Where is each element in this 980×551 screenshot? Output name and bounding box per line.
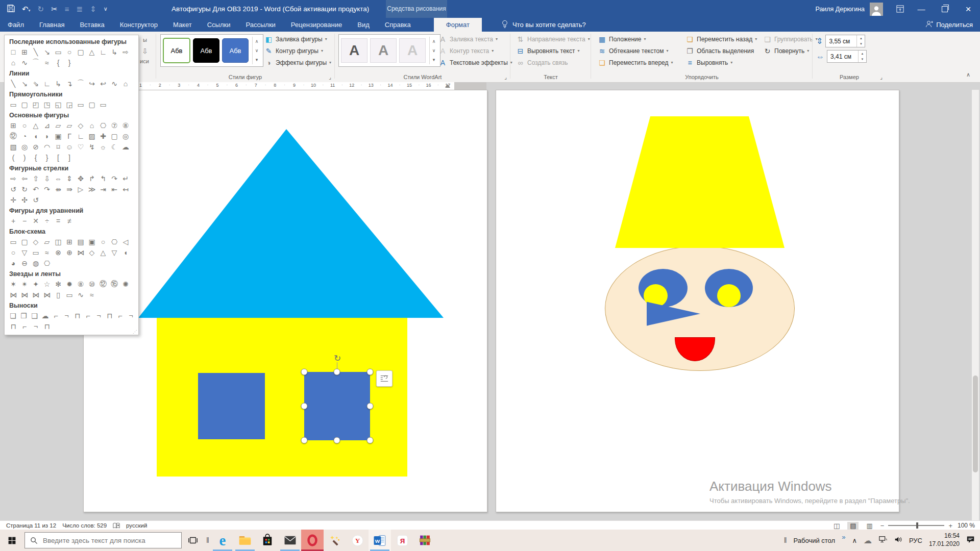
shape-icon[interactable]: ◔ [19, 131, 30, 141]
vertical-scrollbar[interactable] [972, 90, 979, 520]
shape-icon[interactable]: ⊗ [53, 247, 64, 258]
shape-icon[interactable]: ◫ [53, 236, 64, 247]
shape-icon[interactable]: ≠ [64, 215, 75, 226]
shape-icon[interactable]: { [30, 152, 41, 163]
shape-icon[interactable]: ✛ [8, 194, 19, 205]
shape-icon[interactable]: ¬ [126, 310, 136, 321]
zoom-slider[interactable]: − + [880, 522, 952, 530]
position-button[interactable]: ▦Положение▾ [596, 33, 675, 45]
shape-icon[interactable]: ⊖ [19, 258, 30, 268]
shape-icon[interactable]: ◇ [30, 236, 41, 247]
align-objects-button[interactable]: ≡Выровнять▾ [683, 57, 759, 68]
shape-icon[interactable]: △ [30, 120, 41, 131]
resize-handle[interactable] [367, 369, 374, 375]
shape-icon[interactable]: ▤ [75, 236, 86, 247]
shape-icon[interactable]: ¬ [93, 310, 104, 321]
tab-mailings[interactable]: Рассылки [238, 18, 283, 32]
taskbar-app-winrar-icon[interactable] [413, 530, 436, 551]
language-tray[interactable]: РУС [909, 537, 922, 544]
avatar[interactable] [870, 3, 883, 16]
shape-icon[interactable]: ❐ [18, 310, 29, 321]
shape-icon[interactable]: ⎔ [41, 258, 53, 268]
zoom-thumb[interactable] [916, 522, 918, 529]
tab-file[interactable]: Файл [0, 18, 32, 32]
shape-icon[interactable]: ⌑ [53, 141, 64, 152]
resize-handle[interactable] [334, 437, 340, 444]
spin-up-icon[interactable]: ▲ [859, 51, 866, 57]
shape-icon[interactable]: ↩ [97, 78, 109, 89]
clown-pupil-right-shape[interactable] [717, 284, 741, 307]
shape-icon[interactable]: ▱ [41, 236, 53, 247]
shape-icon[interactable]: ⌐ [19, 321, 30, 332]
shape-icon[interactable]: ✦ [30, 279, 41, 289]
shape-icon[interactable]: ↵ [120, 173, 131, 184]
shape-icon[interactable]: { [53, 57, 64, 68]
shape-icon[interactable]: ▷ [75, 184, 86, 194]
shape-icon[interactable]: ⑧ [75, 279, 86, 289]
layout-options-button[interactable] [376, 370, 393, 387]
shape-icon[interactable]: ▢ [19, 99, 30, 110]
shape-icon[interactable]: ⇘ [30, 78, 41, 89]
shape-icon[interactable]: ◎ [19, 141, 30, 152]
wordart-tile[interactable]: A [370, 38, 397, 63]
shape-icon[interactable]: ◇ [75, 120, 86, 131]
shape-icon[interactable]: ⑦ [109, 120, 120, 131]
zoom-level[interactable]: 100 % [958, 522, 975, 529]
tray-chevron-up-icon[interactable]: ∧ [852, 537, 857, 544]
customize-qat-icon[interactable]: ∨ [104, 6, 108, 12]
shape-icon[interactable]: ⎔ [109, 236, 120, 247]
shape-icon[interactable]: ▭ [64, 289, 75, 300]
shape-icon[interactable]: ⊿ [41, 120, 53, 131]
resize-handle[interactable] [367, 403, 374, 410]
ribbon-display-options-icon[interactable] [890, 0, 910, 18]
gallery-down-icon[interactable]: ∨ [253, 46, 261, 55]
window-left-shape[interactable] [198, 373, 265, 439]
shape-icon[interactable]: ✥ [75, 173, 86, 184]
clock[interactable]: 16:54 17.01.2020 [929, 532, 960, 548]
save-icon[interactable] [7, 5, 15, 14]
spin-down-icon[interactable]: ▼ [857, 41, 865, 47]
shape-icon[interactable]: ◗ [41, 131, 53, 141]
shape-outline-button[interactable]: ✎Контур фигуры▾ [262, 45, 333, 57]
desktop-toolbar[interactable]: Рабочий стол [794, 537, 836, 544]
shape-icon[interactable]: ↺ [8, 184, 19, 194]
shape-icon[interactable]: ↳ [109, 46, 120, 57]
shape-icon[interactable]: [ [53, 152, 64, 163]
shape-icon[interactable]: ⇤ [109, 184, 120, 194]
wordart-tile[interactable]: A [399, 38, 426, 63]
close-button[interactable]: × [957, 0, 980, 18]
tell-me-box[interactable]: Что вы хотите сделать? [501, 18, 586, 32]
shape-icon[interactable]: ▭ [8, 99, 19, 110]
resize-handle[interactable] [334, 369, 340, 375]
shape-icon[interactable]: ↺ [30, 194, 41, 205]
shape-icon[interactable]: ◱ [53, 99, 64, 110]
shape-icon[interactable]: ⑫ [8, 131, 19, 141]
taskbar-app-edge-icon[interactable]: e [211, 530, 234, 551]
shape-icon[interactable]: ○ [8, 247, 19, 258]
shape-icon[interactable]: ∟ [41, 78, 53, 89]
web-layout-icon[interactable]: ▥ [864, 522, 875, 530]
shape-icon[interactable]: ⊘ [30, 141, 41, 152]
shape-icon[interactable]: } [41, 152, 53, 163]
gallery-up-icon[interactable]: ∧ [253, 37, 261, 46]
resize-handle[interactable] [301, 403, 308, 410]
word-count[interactable]: Число слов: 529 [62, 522, 107, 529]
shape-icon[interactable]: ▣ [86, 236, 97, 247]
shape-icon[interactable]: ⇔ [53, 173, 64, 184]
shape-icon[interactable]: ÷ [41, 215, 53, 226]
align-text-button[interactable]: ⊟Выровнять текст▾ [514, 45, 592, 57]
shape-icon[interactable]: ⋈ [41, 289, 53, 300]
shape-icon[interactable]: ∟ [75, 131, 86, 141]
shape-icon[interactable]: ⌂ [86, 120, 97, 131]
height-field[interactable]: 3,55 см ▲▼ [825, 35, 865, 47]
shape-icon[interactable]: ▭ [97, 99, 109, 110]
shape-icon[interactable]: △ [97, 247, 109, 258]
shape-icon[interactable]: ❏ [8, 310, 18, 321]
shape-icon[interactable]: ✣ [19, 194, 30, 205]
dialog-launcher-icon[interactable]: ⌟ [329, 74, 331, 80]
shape-icon[interactable]: } [64, 57, 75, 68]
wordart-tile[interactable]: A [341, 38, 368, 63]
shape-icon[interactable]: ▢ [75, 46, 86, 57]
shape-icon[interactable]: ↱ [86, 173, 97, 184]
shape-icon[interactable]: ↳ [53, 78, 64, 89]
